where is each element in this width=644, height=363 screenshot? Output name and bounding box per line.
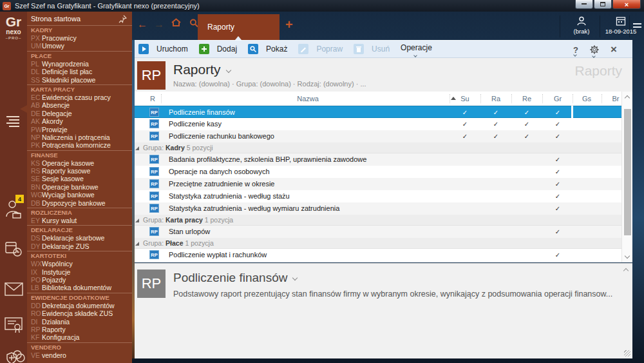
settings-button[interactable] — [590, 41, 599, 59]
sidebar-item-db[interactable]: DBDyspozycje bankowe — [27, 199, 132, 207]
sidebar-item-home[interactable]: Strona startowa — [27, 14, 132, 25]
sidebar-sections: KADRYPXPracownicyUMUmowyPŁACEPLWynagrodz… — [27, 25, 132, 359]
table-row[interactable]: RPPrzeciętne zatrudnienie w okresie✓ — [132, 178, 621, 190]
collapse-triangle-icon[interactable] — [135, 146, 139, 150]
table-row[interactable]: RPStatystyka zatrudnienia - według wymia… — [132, 202, 621, 215]
sidebar-item-kf[interactable]: KFKonfiguracja — [27, 333, 132, 341]
sort-ascending-icon[interactable] — [451, 97, 456, 100]
sidebar-item-pl[interactable]: PLWynagrodzenia — [27, 60, 132, 68]
chevron-down-icon — [225, 68, 231, 73]
sidebar-item-np[interactable]: NPNaliczenia i potrącenia — [27, 133, 132, 141]
shield-coins-icon[interactable] — [5, 348, 25, 363]
table-row[interactable]: RPBadania profilaktyczne, szkolenia BHP,… — [132, 153, 621, 166]
table-header[interactable]: RNazwaSuRaReGrGsBr — [132, 92, 632, 106]
group-row[interactable]: Grupa: Płace 1 pozycja — [132, 238, 621, 249]
usu--button[interactable]: Usuń — [354, 40, 390, 58]
sidebar-item-ve[interactable]: VEvendero — [27, 351, 132, 359]
scroll-up-icon[interactable] — [625, 95, 630, 101]
sidebar-item-di[interactable]: DIDziałania — [27, 318, 132, 326]
collapse-triangle-icon[interactable] — [135, 242, 139, 246]
sidebar-item-se[interactable]: SESesje kasowe — [27, 175, 132, 182]
calendar-clock-icon[interactable] — [5, 240, 24, 262]
scroll-up-icon[interactable] — [623, 268, 629, 273]
column-header-ra[interactable]: Ra — [491, 92, 500, 106]
resize-grip[interactable] — [624, 350, 630, 357]
sidebar-item-ds[interactable]: DSDeklaracje skarbowe — [27, 234, 132, 242]
column-header-br[interactable]: Br — [612, 92, 620, 106]
sidebar-item-dd[interactable]: DDDekretacja dokumentów — [27, 302, 132, 309]
sidebar-item-lb[interactable]: LBBiblioteka dokumentów — [27, 284, 132, 291]
sidebar-item-pk[interactable]: PKPotrącenia komornicze — [27, 141, 132, 149]
close-icon: × — [611, 43, 617, 56]
group-row[interactable]: Grupa: Karta pracy 1 pozycja — [132, 215, 621, 226]
maximize-button[interactable] — [594, 0, 612, 9]
sidebar-item-bn[interactable]: BNOperacje bankowe — [27, 183, 132, 191]
sidebar-item-dl[interactable]: DLDefinicje list płac — [27, 68, 132, 75]
sidebar-item-ab[interactable]: ABAbsencje — [27, 101, 132, 109]
table-row[interactable]: RPStan urlopów✓ — [132, 226, 621, 238]
sidebar-item-dy[interactable]: DYDeklaracje ZUS — [27, 242, 132, 250]
user-menu[interactable]: (brak) — [565, 16, 598, 37]
sidebar-item-ss[interactable]: SSSkładniki płacowe — [27, 76, 132, 84]
column-header-nazwa[interactable]: Nazwa — [297, 92, 319, 106]
sidebar-item-wx[interactable]: WXWspólnicy — [27, 260, 132, 268]
sidebar-item-um[interactable]: UMUmowy — [27, 42, 132, 50]
table-row[interactable]: RPPodliczenie rachunku bankowego✓✓✓✓ — [132, 130, 621, 142]
poka--button[interactable]: Pokaż — [248, 40, 287, 58]
table-row[interactable]: RPStatystyka zatrudnienia - według stażu… — [132, 190, 621, 202]
certificate-icon[interactable] — [5, 316, 24, 338]
minimize-button[interactable] — [575, 0, 593, 9]
column-header-re[interactable]: Re — [522, 92, 531, 106]
operacje-button[interactable]: Operacje — [401, 40, 432, 58]
column-header-gr[interactable]: Gr — [554, 92, 562, 106]
table-row[interactable]: RPOperacje na danych osobowych✓ — [132, 166, 621, 178]
column-header-su[interactable]: Su — [460, 92, 469, 106]
collapse-triangle-icon[interactable] — [135, 219, 139, 222]
sidebar-item-ec[interactable]: ECEwidencja czasu pracy — [27, 93, 132, 101]
tab-raporty[interactable]: Raporty — [198, 14, 279, 40]
sidebar-item-wg[interactable]: WGWyciągi bankowe — [27, 191, 132, 199]
sidebar-item-px[interactable]: PXPracownicy — [27, 34, 132, 42]
sidebar-item-ak[interactable]: AKAkordy — [27, 117, 132, 125]
dodaj-button[interactable]: Dodaj — [199, 40, 237, 58]
envelope-icon[interactable] — [5, 282, 24, 299]
item-code: DY — [31, 242, 42, 250]
pin-icon[interactable] — [118, 15, 127, 23]
hamburger-icon[interactable] — [6, 116, 19, 129]
vertical-scrollbar[interactable] — [621, 92, 632, 262]
table-row[interactable]: RPPodliczenie kasy✓✓✓✓ — [132, 118, 621, 130]
sidebar-item-ks[interactable]: KSOperacje kasowe — [27, 159, 132, 167]
group-row[interactable]: Grupa: Kadry 5 pozycji — [132, 142, 621, 153]
scroll-down-icon[interactable] — [625, 253, 630, 259]
scrollbar-thumb[interactable] — [624, 109, 631, 235]
sidebar-item-po[interactable]: POPojazdy — [27, 276, 132, 284]
sidebar-item-ix[interactable]: IXInstytucje — [27, 268, 132, 276]
help-button[interactable]: ? — [573, 41, 578, 59]
column-header-gs[interactable]: Gs — [582, 92, 591, 106]
back-icon[interactable]: ← — [137, 19, 147, 30]
sidebar-item-rs[interactable]: RSRaporty kasowe — [27, 167, 132, 175]
filter-summary[interactable]: Nazwa: (dowolna) · Grupa: (dowolna) · Ro… — [173, 80, 366, 88]
sidebar-item-ro[interactable]: ROEwidencja składek ZUS — [27, 309, 132, 317]
uruchom-button[interactable]: Uruchom — [138, 40, 188, 58]
home-icon[interactable] — [171, 17, 182, 30]
sidebar-item-pw[interactable]: PWProwizje — [27, 126, 132, 133]
item-code: AK — [31, 117, 42, 125]
new-tab-button[interactable]: + — [285, 17, 293, 32]
close-view-button[interactable]: × — [611, 41, 617, 59]
item-code: DL — [31, 68, 42, 75]
sidebar-item-de[interactable]: DEDelegacje — [27, 110, 132, 117]
close-button[interactable]: × — [612, 0, 641, 9]
table-row[interactable]: RPPodliczenie wypłat i rachunków✓ — [132, 249, 621, 261]
detail-title-text: Podliczenie finansów — [173, 271, 287, 284]
table-row[interactable]: RPPodliczenie finansów✓✓✓✓ — [132, 106, 621, 118]
detail-title[interactable]: Podliczenie finansów — [173, 271, 297, 285]
menu-icon[interactable] — [633, 23, 641, 30]
sidebar-item-rp[interactable]: RPRaporty — [27, 326, 132, 333]
popraw-button[interactable]: Popraw — [298, 40, 343, 58]
sidebar-item-ey[interactable]: EYKursy walut — [27, 217, 132, 224]
page-title[interactable]: Raporty — [173, 62, 231, 77]
forward-icon[interactable]: → — [154, 19, 164, 30]
column-header-r[interactable]: R — [150, 92, 155, 106]
group-count: 5 pozycji — [187, 144, 213, 152]
